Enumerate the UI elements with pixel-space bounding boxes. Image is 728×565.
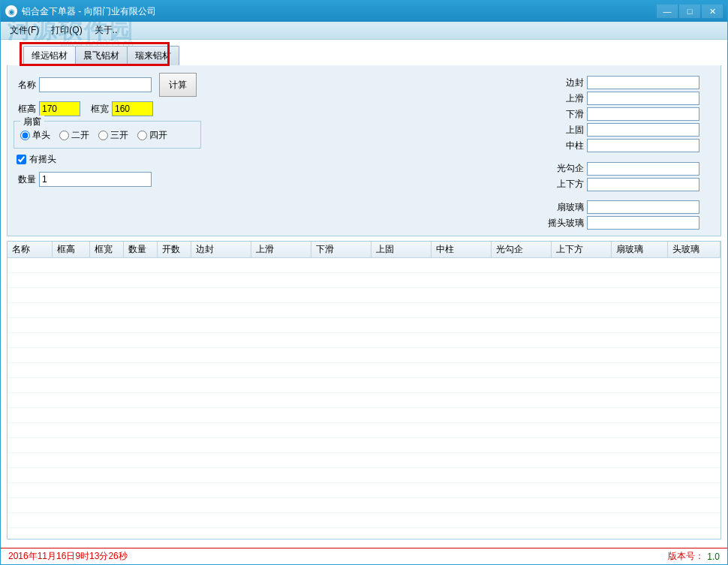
shake-label: 有摇头 <box>29 153 56 166</box>
tab-ruilai[interactable]: 瑞来铝材 <box>127 46 179 65</box>
maximize-button[interactable]: □ <box>679 5 700 18</box>
out-shanboli[interactable] <box>587 200 699 214</box>
grid-col-header[interactable]: 中柱 <box>432 242 492 257</box>
radio-quad[interactable]: 四开 <box>137 129 167 142</box>
frame-height-input[interactable] <box>39 101 80 116</box>
grid-col-header[interactable]: 框宽 <box>90 242 124 257</box>
group-title: 扇窗 <box>20 116 44 128</box>
out-shanggu-label: 上固 <box>546 124 584 137</box>
window-type-group: 扇窗 单头 二开 三开 四开 <box>14 121 201 149</box>
menu-about[interactable]: 关于.. <box>89 23 124 38</box>
name-input[interactable] <box>39 77 152 92</box>
grid-col-header[interactable]: 上滑 <box>251 242 311 257</box>
grid-body[interactable] <box>8 258 720 539</box>
grid-col-header[interactable]: 上下方 <box>552 242 612 257</box>
minimize-button[interactable]: — <box>657 5 678 18</box>
qty-label: 数量 <box>14 173 36 186</box>
shake-checkbox[interactable] <box>17 155 26 164</box>
out-shanboli-label: 扇玻璃 <box>546 201 584 214</box>
grid-col-header[interactable]: 下滑 <box>311 242 372 257</box>
close-button[interactable]: ✕ <box>702 5 723 18</box>
out-guanggouqi-label: 光勾企 <box>546 162 584 175</box>
qty-input[interactable] <box>39 172 152 187</box>
out-zhongzhu-label: 中柱 <box>546 140 584 152</box>
grid-header: 名称框高框宽数量开数边封上滑下滑上固中柱光勾企上下方扇玻璃头玻璃 <box>8 242 720 258</box>
grid-col-header[interactable]: 扇玻璃 <box>612 242 668 257</box>
status-bar: 2016年11月16日9时13分26秒 版本号： 1.0 <box>1 548 727 564</box>
out-shanghua-label: 上滑 <box>546 92 584 105</box>
menu-print[interactable]: 打印(Q) <box>45 23 88 38</box>
grid-col-header[interactable]: 数量 <box>124 242 158 257</box>
radio-triple[interactable]: 三开 <box>98 129 128 142</box>
form-panel: 名称 计算 框高 框宽 扇窗 单头 二开 三开 四开 有摇头 数量 <box>7 65 721 236</box>
out-xiahua-label: 下滑 <box>546 108 584 121</box>
grid-col-header[interactable]: 光勾企 <box>492 242 552 257</box>
calculate-button[interactable]: 计算 <box>159 73 197 97</box>
width-label: 框宽 <box>86 103 109 116</box>
out-yaotouboli-label: 摇头玻璃 <box>546 217 584 230</box>
version-label: 版本号： <box>668 550 704 563</box>
out-yaotouboli[interactable] <box>587 216 699 230</box>
version-value: 1.0 <box>707 551 720 562</box>
grid-col-header[interactable]: 上固 <box>372 242 432 257</box>
out-zhongzhu[interactable] <box>587 139 699 152</box>
grid-col-header[interactable]: 边封 <box>191 242 251 257</box>
out-bianfeng-label: 边封 <box>546 77 584 89</box>
grid-col-header[interactable]: 开数 <box>158 242 191 257</box>
radio-double[interactable]: 二开 <box>59 129 89 142</box>
out-shanghua[interactable] <box>587 92 699 105</box>
frame-width-input[interactable] <box>112 101 153 116</box>
out-shangxiafang-label: 上下方 <box>546 178 584 191</box>
out-shanggu[interactable] <box>587 123 699 137</box>
out-guanggouqi[interactable] <box>587 162 699 176</box>
app-icon: ◉ <box>5 5 17 17</box>
grid-col-header[interactable]: 名称 <box>8 242 53 257</box>
out-xiahua[interactable] <box>587 107 699 121</box>
timestamp: 2016年11月16日9时13分26秒 <box>8 550 668 563</box>
results-grid[interactable]: 名称框高框宽数量开数边封上滑下滑上固中柱光勾企上下方扇玻璃头玻璃 <box>7 241 721 539</box>
window-title: 铝合金下单器 - 向阳门业有限公司 <box>22 5 655 18</box>
height-label: 框高 <box>14 103 36 116</box>
shake-checkbox-row[interactable]: 有摇头 <box>17 153 239 166</box>
out-shangxiafang[interactable] <box>587 178 699 191</box>
name-label: 名称 <box>14 79 36 92</box>
out-bianfeng[interactable] <box>587 76 699 89</box>
material-tabs: 维远铝材 晨飞铝材 瑞来铝材 <box>23 46 727 65</box>
tab-weiyuan[interactable]: 维远铝材 <box>23 46 76 65</box>
menu-bar: 文件(F) 打印(Q) 关于.. <box>1 22 727 40</box>
grid-col-header[interactable]: 框高 <box>53 242 90 257</box>
menu-file[interactable]: 文件(F) <box>4 23 45 38</box>
title-bar: ◉ 铝合金下单器 - 向阳门业有限公司 — □ ✕ <box>1 1 727 22</box>
radio-single[interactable]: 单头 <box>20 129 50 142</box>
tab-chenfei[interactable]: 晨飞铝材 <box>75 46 128 65</box>
grid-col-header[interactable]: 头玻璃 <box>668 242 720 257</box>
